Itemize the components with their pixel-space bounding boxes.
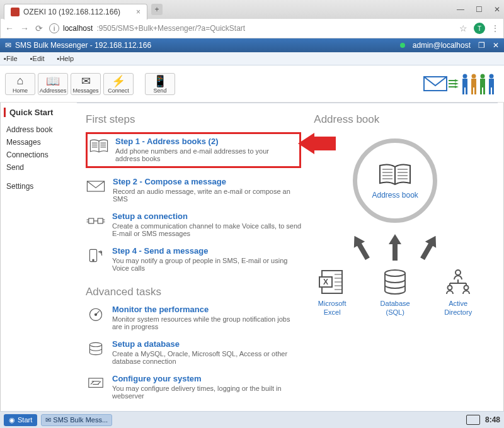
sidebar-item-addressbook[interactable]: Address book bbox=[4, 123, 73, 136]
svg-rect-7 bbox=[466, 87, 467, 94]
maximize-icon[interactable]: ☐ bbox=[476, 5, 483, 14]
step-desc: Add phone numbers and e-mail addresses t… bbox=[115, 147, 293, 162]
svg-point-73 bbox=[464, 286, 469, 290]
svg-point-67 bbox=[455, 270, 461, 275]
source-database[interactable]: Database (SQL) bbox=[373, 268, 417, 317]
svg-rect-14 bbox=[480, 87, 482, 94]
svg-marker-56 bbox=[389, 234, 401, 261]
sidebar-item-settings[interactable]: Settings bbox=[4, 180, 73, 193]
svg-point-16 bbox=[490, 74, 494, 79]
menu-help[interactable]: ▪Help bbox=[57, 55, 81, 62]
window-close-icon[interactable]: ✕ bbox=[493, 41, 499, 50]
svg-rect-32 bbox=[98, 218, 103, 223]
forward-icon[interactable]: → bbox=[20, 23, 29, 33]
profile-avatar[interactable]: T bbox=[474, 23, 485, 34]
address-bar[interactable]: i localhost:9505/SMS+Bulk+Messenger/?a=Q… bbox=[49, 23, 453, 33]
envelope-icon: ✉ bbox=[81, 75, 91, 87]
status-dot-icon bbox=[400, 43, 405, 48]
task-configure-system[interactable]: Configure your systemYou may configure d… bbox=[86, 374, 301, 400]
app-title: SMS Bulk Messenger - 192.168.112.166 bbox=[15, 41, 151, 50]
addresses-button[interactable]: 📖Addresses bbox=[38, 73, 68, 95]
envelope-icon bbox=[86, 177, 106, 196]
app-titlebar: ✉ SMS Bulk Messenger - 192.168.112.166 a… bbox=[0, 38, 504, 52]
sidebar-item-send[interactable]: Send bbox=[4, 161, 73, 174]
messages-button[interactable]: ✉Messages bbox=[71, 73, 101, 95]
reload-icon[interactable]: ⟳ bbox=[35, 23, 43, 33]
sidebar-item-messages[interactable]: Messages bbox=[4, 136, 73, 149]
app-icon: ✉ bbox=[5, 41, 11, 50]
back-icon[interactable]: ← bbox=[5, 23, 14, 33]
close-tab-icon[interactable]: × bbox=[136, 8, 140, 16]
svg-rect-17 bbox=[489, 79, 494, 87]
minimize-icon[interactable]: — bbox=[457, 5, 464, 14]
svg-marker-55 bbox=[349, 233, 373, 262]
svg-rect-19 bbox=[492, 87, 494, 94]
svg-rect-5 bbox=[462, 79, 467, 87]
menu-file[interactable]: ▪File bbox=[4, 55, 24, 62]
sidebar-item-connections[interactable]: Connections bbox=[4, 149, 73, 161]
connect-button[interactable]: ⚡Connect bbox=[103, 73, 134, 95]
section-first-steps: First steps bbox=[86, 113, 301, 126]
source-label: Active Directory bbox=[436, 300, 480, 317]
browser-tabstrip: OZEKI 10 (192.168.112.166) × + — ☐ ✕ bbox=[0, 0, 504, 19]
step-address-books[interactable]: Step 1 - Address books (2) Add phone num… bbox=[86, 132, 301, 168]
step-send-message[interactable]: Step 4 - Send a messageYou may notify a … bbox=[86, 246, 301, 272]
new-tab-button[interactable]: + bbox=[151, 4, 163, 15]
step-desc: You may configure delivery times, loggin… bbox=[112, 385, 301, 400]
app-toolbar: ⌂Home 📖Addresses ✉Messages ⚡Connect 📱Sen… bbox=[0, 65, 504, 103]
clock: 8:48 bbox=[485, 415, 500, 424]
address-book-icon: 📖 bbox=[46, 75, 60, 87]
menu-icon[interactable]: ⋮ bbox=[491, 24, 499, 33]
svg-rect-43 bbox=[89, 378, 103, 387]
home-button[interactable]: ⌂Home bbox=[5, 73, 35, 95]
menu-edit[interactable]: ▪Edit bbox=[30, 55, 51, 62]
step-desc: Monitor system resources while the group… bbox=[112, 315, 301, 330]
site-info-icon[interactable]: i bbox=[49, 23, 59, 33]
close-icon[interactable]: ✕ bbox=[494, 5, 500, 14]
start-icon: ◉ bbox=[9, 416, 15, 424]
envelope-icon: ✉ bbox=[45, 416, 53, 424]
step-title: Setup a database bbox=[112, 339, 301, 349]
svg-rect-28 bbox=[88, 181, 105, 191]
gauge-icon bbox=[86, 305, 106, 324]
section-advanced-tasks: Advanced tasks bbox=[86, 286, 301, 298]
task-setup-database[interactable]: Setup a databaseCreate a MySQL, Oracle, … bbox=[86, 339, 301, 365]
user-label[interactable]: admin@localhost bbox=[413, 41, 471, 50]
window-restore-icon[interactable]: ❐ bbox=[478, 41, 485, 50]
diagram-arrows bbox=[352, 234, 438, 261]
home-icon: ⌂ bbox=[17, 75, 24, 87]
svg-rect-15 bbox=[483, 87, 485, 94]
svg-point-37 bbox=[93, 259, 94, 261]
start-button[interactable]: ◉Start bbox=[4, 414, 37, 426]
section-address-book: Address book bbox=[314, 113, 379, 126]
step-setup-connection[interactable]: Setup a connectionCreate a communication… bbox=[86, 211, 301, 237]
source-excel[interactable]: X Microsoft Excel bbox=[310, 268, 354, 317]
taskbar: ◉Start ✉ SMS Bulk Mess... 8:48 bbox=[0, 411, 504, 428]
step-desc: You may notify a group of people in SMS,… bbox=[112, 257, 301, 272]
excel-icon: X bbox=[318, 268, 346, 296]
svg-rect-13 bbox=[480, 79, 485, 87]
step-compose-message[interactable]: Step 2 - Compose a messageRecord an audi… bbox=[86, 177, 301, 203]
svg-point-66 bbox=[385, 270, 405, 276]
brand-logo bbox=[423, 72, 499, 96]
sidebar: Quick Start Address book Messages Connec… bbox=[0, 103, 77, 411]
plug-icon: ⚡ bbox=[112, 75, 125, 87]
svg-point-41 bbox=[94, 313, 96, 315]
step-desc: Create a communication channel to make V… bbox=[112, 222, 301, 237]
directory-icon bbox=[442, 268, 474, 296]
step-desc: Create a MySQL, Oracle, Microsoft SQL, A… bbox=[112, 350, 301, 365]
source-active-directory[interactable]: Active Directory bbox=[436, 268, 480, 317]
phone-icon: 📱 bbox=[153, 75, 167, 87]
send-button[interactable]: 📱Send bbox=[145, 73, 175, 95]
taskbar-app[interactable]: ✉ SMS Bulk Mess... bbox=[41, 414, 112, 426]
svg-point-12 bbox=[481, 74, 485, 79]
database-icon bbox=[86, 339, 106, 358]
address-book-node[interactable]: Address book bbox=[353, 138, 437, 223]
step-title: Step 1 - Address books (2) bbox=[115, 137, 293, 146]
node-label: Address book bbox=[372, 191, 418, 200]
task-monitor-performance[interactable]: Monitor the performanceMonitor system re… bbox=[86, 305, 301, 330]
browser-tab[interactable]: OZEKI 10 (192.168.112.166) × bbox=[4, 4, 147, 20]
bookmark-icon[interactable]: ☆ bbox=[459, 23, 467, 33]
url-path: :9505/SMS+Bulk+Messenger/?a=QuickStart bbox=[96, 24, 245, 33]
keyboard-icon[interactable] bbox=[466, 415, 480, 425]
